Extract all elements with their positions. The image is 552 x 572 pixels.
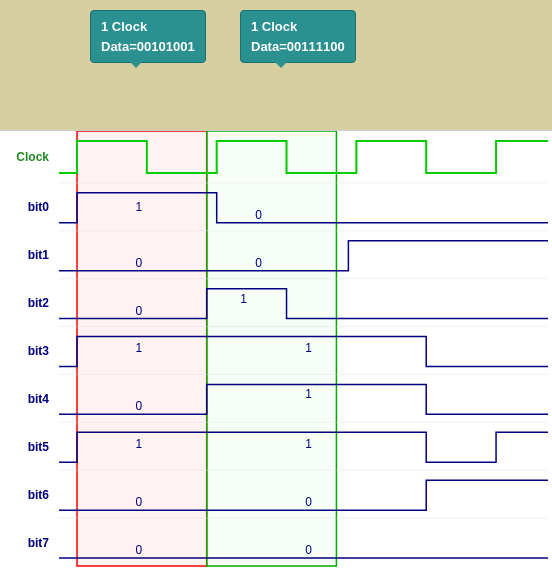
bit2-val1: 0: [136, 304, 143, 318]
bit6-val2: 0: [305, 495, 312, 509]
label-bit5: bit5: [0, 423, 55, 471]
bit1-val1: 0: [136, 256, 143, 270]
tooltip-area: 1 Clock Data=00101001 1 Clock Data=00111…: [0, 0, 552, 130]
bit3-val1: 1: [136, 341, 143, 355]
bit7-val2: 0: [305, 543, 312, 557]
bit4-val1: 0: [136, 399, 143, 413]
tooltip-1: 1 Clock Data=00101001: [90, 10, 206, 63]
label-bit6: bit6: [0, 471, 55, 519]
labels-column: Clock bit0 bit1 bit2 bit3 bit4 bit5 bit6…: [0, 131, 55, 572]
bit1-val2: 0: [255, 256, 262, 270]
bit0-val1: 1: [136, 200, 143, 214]
bit3-val2: 1: [305, 341, 312, 355]
tooltip-2-line1: 1 Clock: [251, 17, 345, 37]
col2-selection: [207, 131, 337, 566]
label-bit7: bit7: [0, 519, 55, 567]
bit1-label: bit1: [28, 248, 49, 262]
label-bit1: bit1: [0, 231, 55, 279]
bit2-label: bit2: [28, 296, 49, 310]
label-clock: Clock: [0, 131, 55, 183]
bit5-label: bit5: [28, 440, 49, 454]
tooltip-1-line2: Data=00101001: [101, 37, 195, 57]
waveform-svg: 1 0 0 0 0 1 1 1 0 1 1 1: [55, 131, 552, 572]
bit5-val1: 1: [136, 437, 143, 451]
label-bit0: bit0: [0, 183, 55, 231]
bit4-val2: 1: [305, 387, 312, 401]
bit0-label: bit0: [28, 200, 49, 214]
tooltip-2-line2: Data=00111100: [251, 37, 345, 57]
label-bit4: bit4: [0, 375, 55, 423]
waveform-canvas: 1 0 0 0 0 1 1 1 0 1 1 1: [55, 131, 552, 572]
bit7-val1: 0: [136, 543, 143, 557]
bit7-label: bit7: [28, 536, 49, 550]
label-bit2: bit2: [0, 279, 55, 327]
label-bit3: bit3: [0, 327, 55, 375]
bit0-val2: 0: [255, 208, 262, 222]
bit5-val2: 1: [305, 437, 312, 451]
clock-label: Clock: [16, 150, 49, 164]
tooltip-1-line1: 1 Clock: [101, 17, 195, 37]
bit2-val2: 1: [240, 292, 247, 306]
bit6-val1: 0: [136, 495, 143, 509]
main-waveform-area: Clock bit0 bit1 bit2 bit3 bit4 bit5 bit6…: [0, 130, 552, 572]
tooltip-2: 1 Clock Data=00111100: [240, 10, 356, 63]
bit6-label: bit6: [28, 488, 49, 502]
bit3-label: bit3: [28, 344, 49, 358]
bit4-label: bit4: [28, 392, 49, 406]
